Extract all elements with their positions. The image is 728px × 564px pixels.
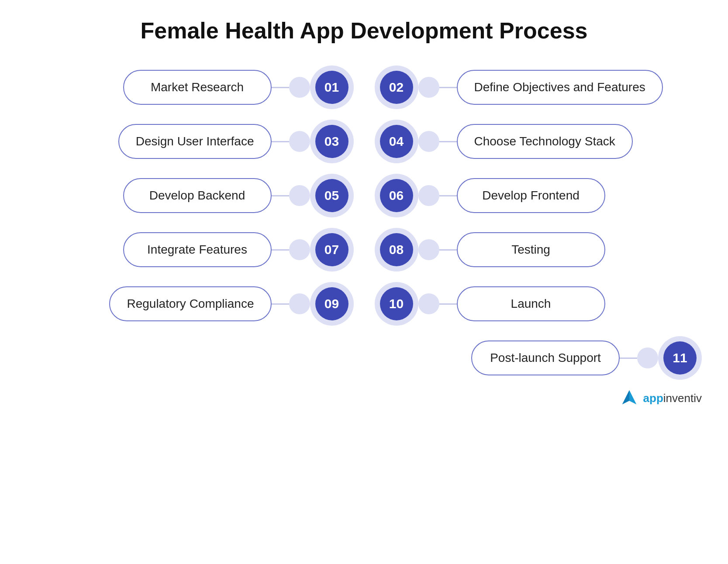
label-pill: Define Objectives and Features xyxy=(457,70,663,105)
connector-dot xyxy=(289,185,310,206)
number-circle-outer: 10 xyxy=(375,282,418,326)
item-group-single: Post-launch Support 11 xyxy=(79,336,702,380)
connector-left xyxy=(272,293,310,314)
connector-right xyxy=(418,293,457,314)
label-pill: Integrate Features xyxy=(123,232,272,267)
label-pill: Testing xyxy=(457,232,605,267)
connector-line xyxy=(439,249,457,251)
number-circle-inner: 04 xyxy=(380,125,413,158)
process-row-4: Integrate Features 07 08 Testing xyxy=(26,228,702,272)
connector-left xyxy=(272,131,310,152)
connector-left xyxy=(272,77,310,98)
number-circle-outer: 04 xyxy=(375,120,418,163)
number-circle-inner: 03 xyxy=(315,125,348,158)
item-group-right: 04 Choose Technology Stack xyxy=(375,120,702,163)
connector-dot xyxy=(289,77,310,98)
connector-line xyxy=(620,358,637,359)
connector-line xyxy=(439,195,457,196)
connector-right xyxy=(418,239,457,260)
label-pill: Choose Technology Stack xyxy=(457,124,633,159)
number-circle-outer: 09 xyxy=(310,282,354,326)
number-circle-inner: 09 xyxy=(315,287,348,320)
item-group-right: 10 Launch xyxy=(375,282,702,326)
logo-area: appinventiv xyxy=(620,389,702,408)
svg-marker-1 xyxy=(629,390,636,404)
number-circle-outer: 08 xyxy=(375,228,418,272)
process-row-1: Market Research 01 02 Define Objectives … xyxy=(26,65,702,109)
number-circle-outer: 05 xyxy=(310,174,354,217)
label-pill: Post-launch Support xyxy=(471,340,620,375)
number-circle-inner: 07 xyxy=(315,233,348,266)
logo-icon xyxy=(620,389,639,408)
label-pill: Develop Frontend xyxy=(457,178,605,213)
process-row-5: Regulatory Compliance 09 10 Launch xyxy=(26,282,702,326)
connector-dot xyxy=(418,293,439,314)
page-title: Female Health App Development Process xyxy=(141,17,588,44)
connector-line xyxy=(272,87,289,88)
item-group-left: Design User Interface 03 xyxy=(26,120,354,163)
connector-left xyxy=(272,185,310,206)
number-circle-outer: 02 xyxy=(375,65,418,109)
number-circle-inner: 01 xyxy=(315,71,348,104)
label-pill: Develop Backend xyxy=(123,178,272,213)
connector-dot xyxy=(289,239,310,260)
process-row-2: Design User Interface 03 04 Choose Techn… xyxy=(26,120,702,163)
connector-dot xyxy=(289,293,310,314)
connector-line xyxy=(272,303,289,305)
connector-dot xyxy=(418,77,439,98)
number-circle-inner: 02 xyxy=(380,71,413,104)
number-circle-inner: 10 xyxy=(380,287,413,320)
process-row-single: Post-launch Support 11 xyxy=(26,336,702,380)
connector-line xyxy=(272,195,289,196)
connector-left xyxy=(272,239,310,260)
number-circle-inner: 08 xyxy=(380,233,413,266)
connector-line xyxy=(272,249,289,251)
connector-dot xyxy=(418,239,439,260)
item-group-left: Market Research 01 xyxy=(26,65,354,109)
connector-dot xyxy=(418,131,439,152)
connector-right xyxy=(418,77,457,98)
number-circle-outer: 01 xyxy=(310,65,354,109)
number-circle-inner: 06 xyxy=(380,179,413,212)
item-group-left: Regulatory Compliance 09 xyxy=(26,282,354,326)
connector-dot xyxy=(418,185,439,206)
process-grid: Market Research 01 02 Define Objectives … xyxy=(26,65,702,380)
svg-marker-2 xyxy=(622,390,629,404)
connector-line xyxy=(272,141,289,142)
logo-text: appinventiv xyxy=(643,392,702,405)
number-circle-inner: 11 xyxy=(663,341,697,375)
connector-line xyxy=(439,303,457,305)
label-pill: Launch xyxy=(457,286,605,321)
number-circle-outer: 07 xyxy=(310,228,354,272)
item-group-right: 06 Develop Frontend xyxy=(375,174,702,217)
process-row-3: Develop Backend 05 06 Develop Frontend xyxy=(26,174,702,217)
connector-dot xyxy=(637,347,658,368)
item-group-left: Integrate Features 07 xyxy=(26,228,354,272)
connector-right xyxy=(418,131,457,152)
number-circle-outer: 06 xyxy=(375,174,418,217)
item-group-right: 08 Testing xyxy=(375,228,702,272)
item-group-left: Develop Backend 05 xyxy=(26,174,354,217)
connector-line xyxy=(439,141,457,142)
number-circle-outer: 03 xyxy=(310,120,354,163)
label-pill: Design User Interface xyxy=(118,124,272,159)
label-pill: Market Research xyxy=(123,70,272,105)
number-circle-inner: 05 xyxy=(315,179,348,212)
connector-line xyxy=(439,87,457,88)
connector-dot xyxy=(289,131,310,152)
connector-right xyxy=(418,185,457,206)
label-pill: Regulatory Compliance xyxy=(109,286,271,321)
number-circle-outer: 11 xyxy=(658,336,702,380)
connector-left xyxy=(620,347,658,368)
item-group-right: 02 Define Objectives and Features xyxy=(375,65,702,109)
